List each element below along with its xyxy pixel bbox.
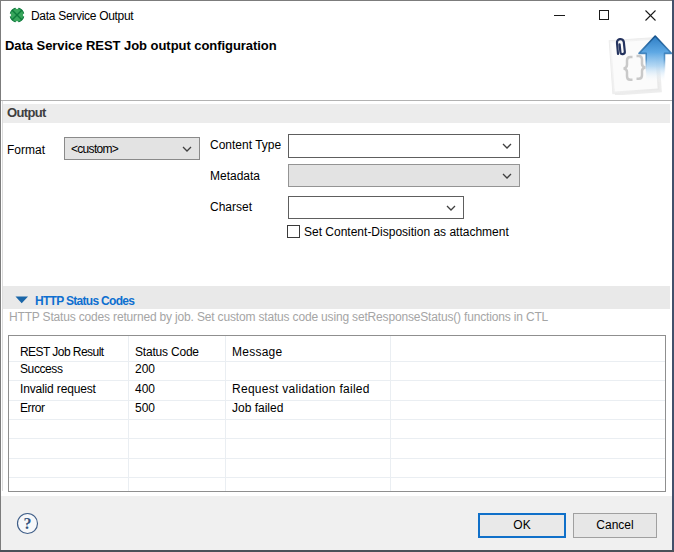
svg-text:?: ? xyxy=(24,515,32,532)
